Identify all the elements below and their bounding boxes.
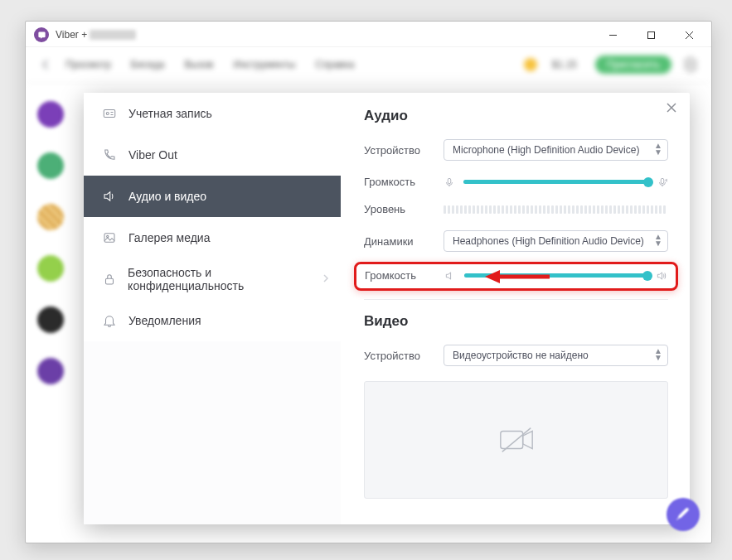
menu-call[interactable]: Вызов: [184, 59, 213, 70]
minimize-button[interactable]: [594, 23, 632, 46]
maximize-button[interactable]: [632, 23, 670, 46]
nav-media-gallery[interactable]: Галерея медиа: [84, 217, 341, 258]
mic-low-icon: [444, 176, 455, 188]
video-device-value: Видеоустройство не найдено: [453, 350, 589, 361]
mic-level-meter: [444, 205, 668, 214]
menu-chat[interactable]: Беседа: [131, 59, 165, 70]
speakers-label: Динамики: [364, 235, 444, 248]
gallery-icon: [100, 230, 119, 245]
invite-button[interactable]: Пригласить: [595, 56, 671, 74]
annotation-arrow: [485, 268, 551, 286]
updown-icon: ▲▼: [654, 234, 662, 247]
svg-rect-12: [105, 278, 113, 284]
video-heading: Видео: [364, 313, 668, 330]
coin-icon: [524, 58, 537, 71]
svg-point-6: [106, 113, 109, 115]
svg-rect-15: [448, 178, 451, 183]
svg-rect-16: [661, 178, 664, 183]
audio-heading: Аудио: [364, 108, 668, 124]
updown-icon: ▲▼: [654, 142, 662, 156]
settings-content: Аудио Устройство Microphone (High Defini…: [341, 93, 690, 524]
nav-label: Аудио и видео: [128, 190, 206, 203]
menu-tools[interactable]: Инструменты: [234, 59, 296, 70]
nav-notifications[interactable]: Уведомления: [84, 300, 341, 341]
divider: [364, 299, 668, 300]
speaker-volume-label: Громкость: [365, 269, 444, 282]
video-preview-placeholder: [364, 381, 668, 499]
id-icon: [100, 106, 119, 121]
svg-marker-20: [657, 272, 662, 278]
speaker-volume-highlight: Громкость: [354, 262, 678, 291]
new-message-fab[interactable]: [667, 498, 700, 531]
close-window-button[interactable]: [670, 23, 708, 46]
svg-point-4: [689, 63, 693, 67]
svg-rect-23: [500, 431, 522, 448]
speaker-icon: [100, 189, 119, 204]
mic-level-label: Уровень: [364, 203, 444, 215]
mic-device-label: Устройство: [364, 144, 444, 157]
speaker-low-icon: [444, 270, 456, 282]
speakers-value: Headphones (High Definition Audio Device…: [453, 235, 644, 247]
nav-label: Viber Out: [128, 148, 177, 162]
speaker-high-icon: [656, 270, 667, 282]
settings-modal: Учетная запись Viber Out Аудио и видео Г…: [84, 93, 690, 524]
nav-label: Галерея медиа: [128, 231, 210, 244]
nav-label: Учетная запись: [128, 107, 212, 120]
mic-device-select[interactable]: Microphone (High Definition Audio Device…: [444, 139, 668, 161]
menu-view[interactable]: Просмотр: [65, 59, 111, 70]
nav-viber-out[interactable]: Viber Out: [84, 134, 341, 176]
main-toolbar: Просмотр Беседа Вызов Инструменты Справк…: [26, 47, 711, 83]
nav-label: Безопасность и конфиденциальность: [128, 266, 322, 292]
titlebar: Viber +: [26, 22, 711, 47]
mic-high-icon: [657, 176, 668, 188]
svg-rect-5: [104, 110, 115, 118]
svg-rect-1: [647, 31, 654, 38]
balance-value: $1.15: [552, 59, 577, 70]
settings-nav: Учетная запись Viber Out Аудио и видео Г…: [84, 93, 341, 524]
video-device-select[interactable]: Видеоустройство не найдено ▲▼: [444, 345, 668, 366]
svg-marker-19: [446, 272, 450, 278]
nav-security[interactable]: Безопасность и конфиденциальность: [84, 258, 341, 300]
speakers-select[interactable]: Headphones (High Definition Audio Device…: [444, 230, 668, 252]
phone-out-icon: [100, 147, 119, 162]
settings-gear-icon[interactable]: [680, 54, 701, 75]
menu-help[interactable]: Справка: [315, 59, 354, 70]
lock-icon: [100, 272, 118, 287]
app-window: Viber + Просмотр Беседа Вызов Инструмент…: [25, 21, 712, 543]
mic-volume-slider[interactable]: [463, 180, 648, 184]
close-modal-button[interactable]: [663, 99, 680, 116]
updown-icon: ▲▼: [654, 348, 662, 361]
nav-label: Уведомления: [128, 314, 201, 327]
redacted-number: [90, 30, 136, 40]
window-title: Viber +: [56, 29, 136, 41]
chat-list-preview: [26, 86, 75, 543]
svg-marker-22: [485, 270, 500, 283]
svg-rect-10: [104, 234, 114, 243]
mic-device-value: Microphone (High Definition Audio Device…: [453, 144, 639, 156]
video-device-label: Устройство: [364, 350, 444, 362]
back-icon[interactable]: [36, 55, 56, 75]
nav-account[interactable]: Учетная запись: [84, 93, 341, 134]
chevron-right-icon: [322, 273, 329, 286]
viber-icon: [34, 27, 49, 42]
mic-volume-label: Громкость: [364, 176, 444, 188]
svg-marker-9: [104, 192, 110, 201]
bell-icon: [100, 313, 119, 328]
nav-audio-video[interactable]: Аудио и видео: [84, 176, 341, 217]
